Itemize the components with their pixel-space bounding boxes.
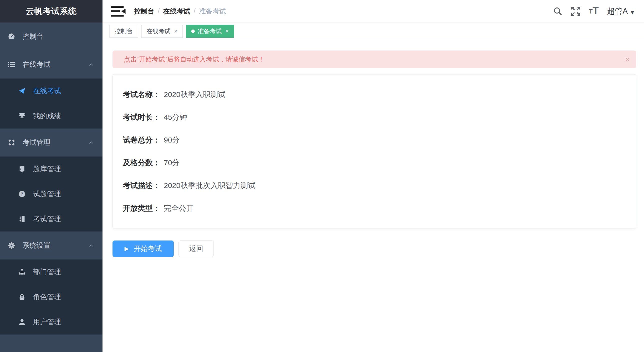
dashboard-icon: [8, 32, 16, 40]
exam-total-score-value: 90分: [164, 136, 180, 144]
main-area: 控制台 / 在线考试 / 准备考试: [102, 0, 644, 352]
sidebar-item-role-mgmt[interactable]: 角色管理: [0, 284, 102, 310]
exam-info-card: 考试名称： 2020秋季入职测试 考试时长： 45分钟 试卷总分： 90分 及格…: [112, 74, 636, 229]
sidebar: 云帆考试系统 控制台: [0, 0, 102, 352]
sidebar-group-exam-mgmt[interactable]: 考试管理: [0, 128, 102, 156]
exam-open-type-value: 完全公开: [164, 204, 194, 213]
back-button[interactable]: 返回: [178, 240, 214, 257]
submenu-online-exam: 在线考试 我的成绩: [0, 78, 102, 128]
sidebar-group-label: 在线考试: [22, 60, 89, 69]
breadcrumb-separator: /: [158, 7, 160, 15]
close-icon[interactable]: ×: [625, 55, 630, 63]
action-buttons: ▶ 开始考试 返回: [112, 240, 636, 257]
user-icon: [18, 318, 26, 326]
breadcrumb-item-dashboard[interactable]: 控制台: [134, 7, 154, 16]
exam-row: 试卷总分： 90分: [123, 136, 626, 144]
tabs-bar: 控制台 在线考试 × 准备考试 ×: [102, 22, 644, 40]
sidebar-item-question-bank[interactable]: 题库管理: [0, 156, 102, 182]
exam-row: 及格分数： 70分: [123, 158, 626, 167]
tab-dashboard[interactable]: 控制台: [110, 25, 138, 38]
lock-icon: [18, 293, 26, 301]
sidebar-menu: 控制台 在线考试: [0, 22, 102, 352]
exam-pass-score-label: 及格分数：: [123, 158, 160, 167]
exam-total-score-label: 试卷总分：: [123, 136, 160, 144]
sidebar-item-exam-mgmt[interactable]: 考试管理: [0, 206, 102, 232]
exam-description-value: 2020秋季批次入职智力测试: [164, 181, 256, 190]
sidebar-item-label: 考试管理: [33, 214, 61, 224]
submenu-system-settings: 部门管理 角色管理: [0, 260, 102, 334]
breadcrumb: 控制台 / 在线考试 / 准备考试: [134, 7, 226, 16]
sidebar-item-label: 用户管理: [33, 317, 61, 327]
exam-name-label: 考试名称：: [123, 90, 160, 99]
sidebar-item-user-mgmt[interactable]: 用户管理: [0, 310, 102, 334]
exam-row: 考试时长： 45分钟: [123, 113, 626, 122]
sidebar-item-label: 试题管理: [33, 189, 61, 199]
exam-row: 考试名称： 2020秋季入职测试: [123, 90, 626, 99]
exam-description-label: 考试描述：: [123, 181, 160, 190]
back-label: 返回: [189, 244, 203, 254]
gear-icon: [8, 242, 16, 250]
app-logo: 云帆考试系统: [0, 0, 102, 22]
sidebar-item-my-scores[interactable]: 我的成绩: [0, 104, 102, 128]
sidebar-item-question-mgmt[interactable]: ? 试题管理: [0, 182, 102, 206]
exam-name-value: 2020秋季入职测试: [164, 90, 226, 99]
sidebar-group-label: 系统设置: [22, 241, 89, 250]
start-exam-label: 开始考试: [134, 244, 162, 254]
sidebar-group-label: 考试管理: [22, 138, 89, 147]
caret-down-icon: ▾: [631, 8, 634, 16]
paper-plane-icon: [18, 87, 26, 95]
fullscreen-icon[interactable]: [570, 6, 582, 17]
lifebuoy-icon: [8, 138, 16, 146]
tab-prepare-exam[interactable]: 准备考试 ×: [186, 25, 234, 38]
navbar: 控制台 / 在线考试 / 准备考试: [102, 0, 644, 22]
breadcrumb-separator: /: [194, 7, 196, 15]
alert-message: 点击`开始考试`后将自动进入考试，请诚信考试！: [124, 55, 264, 64]
sidebar-item-label: 在线考试: [33, 86, 61, 96]
close-icon[interactable]: ×: [174, 28, 178, 34]
close-icon[interactable]: ×: [225, 28, 229, 34]
font-size-icon[interactable]: TT: [588, 6, 600, 17]
exam-duration-label: 考试时长：: [123, 113, 160, 122]
exam-row: 开放类型： 完全公开: [123, 204, 626, 213]
chevron-up-icon: [89, 244, 94, 247]
chevron-up-icon: [89, 141, 94, 144]
sidebar-item-label: 角色管理: [33, 292, 61, 302]
exam-row: 考试描述： 2020秋季批次入职智力测试: [123, 181, 626, 190]
trophy-icon: [18, 112, 26, 120]
svg-text:?: ?: [21, 192, 23, 196]
hamburger-icon[interactable]: [110, 4, 127, 18]
submenu-exam-mgmt: 题库管理 ? 试题管理: [0, 156, 102, 232]
exam-pass-score-value: 70分: [164, 158, 180, 167]
tab-label: 控制台: [115, 27, 133, 35]
chevron-up-icon: [89, 63, 94, 66]
sidebar-item-label: 部门管理: [33, 267, 61, 277]
sidebar-item-label: 题库管理: [33, 164, 61, 174]
sidebar-item-department-mgmt[interactable]: 部门管理: [0, 260, 102, 284]
user-dropdown[interactable]: 超管A ▾: [607, 6, 634, 16]
tab-label: 准备考试: [198, 27, 222, 35]
sidebar-item-label: 我的成绩: [33, 111, 61, 121]
sidebar-item-label: 控制台: [22, 32, 95, 41]
tab-label: 在线考试: [146, 27, 170, 35]
sidebar-item-dashboard[interactable]: 控制台: [0, 22, 102, 50]
breadcrumb-item-online-exam[interactable]: 在线考试: [163, 7, 190, 16]
question-circle-icon: ?: [18, 190, 26, 198]
exam-open-type-label: 开放类型：: [123, 204, 160, 213]
font-size-big-t: T: [592, 6, 598, 16]
journal-icon: [18, 215, 26, 223]
play-icon: ▶: [124, 246, 129, 252]
tab-online-exam[interactable]: 在线考试 ×: [141, 25, 183, 38]
exam-duration-value: 45分钟: [164, 113, 187, 122]
user-name: 超管A: [607, 6, 628, 16]
breadcrumb-item-current: 准备考试: [199, 7, 226, 16]
search-icon[interactable]: [552, 6, 564, 17]
font-size-small-t: T: [589, 8, 593, 14]
app-title: 云帆考试系统: [26, 6, 77, 17]
list-icon: [8, 60, 16, 68]
sidebar-group-online-exam[interactable]: 在线考试: [0, 50, 102, 78]
sidebar-group-system-settings[interactable]: 系统设置: [0, 232, 102, 260]
app-root: 云帆考试系统 控制台: [0, 0, 644, 352]
start-exam-button[interactable]: ▶ 开始考试: [112, 240, 174, 257]
sitemap-icon: [18, 268, 26, 276]
sidebar-item-online-exam[interactable]: 在线考试: [0, 78, 102, 104]
